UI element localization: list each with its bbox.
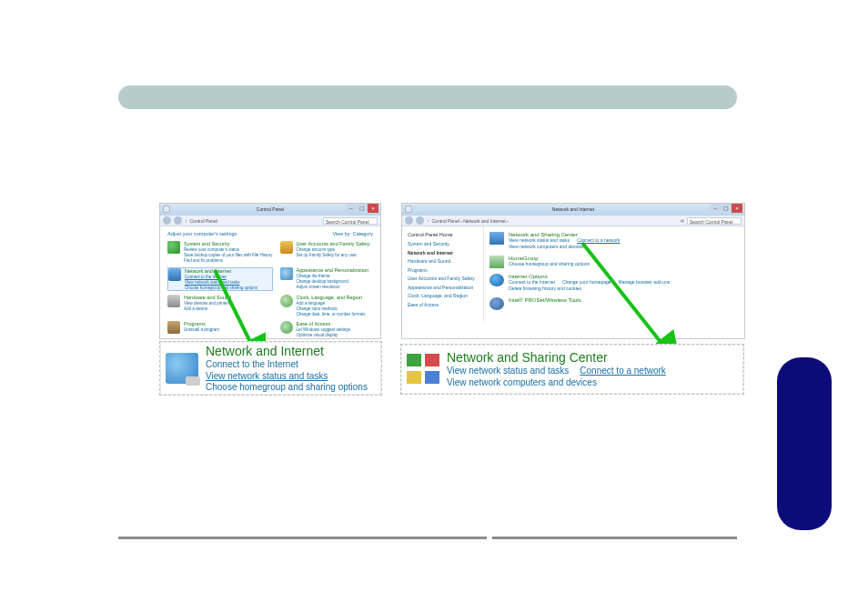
section-homegroup[interactable]: HomeGroup Choose homegroup and sharing o… [490, 256, 739, 268]
globe-icon [166, 353, 198, 384]
maximize-button[interactable]: ▢ [357, 204, 368, 213]
minimize-button[interactable]: – [710, 204, 721, 213]
callout-link-view-status[interactable]: View network status and tasks [447, 366, 569, 377]
category-system-security[interactable]: System and Security Review your computer… [167, 241, 273, 264]
hardware-icon [167, 295, 180, 307]
callout-title: Network and Sharing Center [447, 350, 666, 366]
nav-forward-icon[interactable] [416, 216, 424, 225]
horizontal-rule [118, 537, 737, 539]
internet-options-icon [490, 274, 504, 286]
control-panel-window: Control Panel – ▢ × ↑ Control Panel Sear… [159, 203, 381, 339]
section-intel-proset[interactable]: Intel® PROSet/Wireless Tools [490, 297, 739, 310]
category-network-internet[interactable]: Network and Internet Connect to the Inte… [167, 267, 273, 292]
screenshot-row: Control Panel – ▢ × ↑ Control Panel Sear… [159, 203, 745, 339]
decorative-header-bar [118, 85, 737, 109]
minimize-button[interactable]: – [346, 204, 357, 213]
callout-link-view-status[interactable]: View network status and tasks [206, 371, 328, 381]
titlebar-app-icons [163, 206, 170, 213]
titlebar[interactable]: Network and Internet – ▢ × [402, 204, 744, 216]
address-bar: ↑ Control Panel › Network and Internet ›… [402, 216, 744, 226]
nav-back-icon[interactable] [163, 216, 171, 225]
sidebar-item-system[interactable]: System and Security [408, 241, 478, 247]
category-user-accounts[interactable]: User Accounts and Family Safety Change a… [280, 241, 373, 264]
category-hardware-sound[interactable]: Hardware and Sound View devices and prin… [167, 295, 273, 317]
cp-heading: Adjust your computer's settings [167, 231, 237, 236]
nav-back-icon[interactable] [405, 216, 413, 225]
programs-icon [167, 321, 180, 334]
titlebar-app-icons [405, 206, 412, 213]
section-network-sharing-center[interactable]: Network and Sharing Center View network … [490, 232, 739, 250]
zoom-callout-network-internet[interactable]: Network and Internet Connect to the Inte… [159, 341, 382, 396]
callout-link-connect[interactable]: Connect to the Internet [206, 359, 368, 371]
section-internet-options[interactable]: Internet Options Connect to the Internet… [490, 274, 739, 292]
sidebar-item-ease[interactable]: Ease of Access [408, 302, 478, 308]
sidebar-item-programs[interactable]: Programs [408, 267, 478, 274]
side-tab [777, 357, 832, 530]
nav-up-icon[interactable]: ↑ [185, 218, 187, 224]
refresh-icon[interactable]: ⟳ [681, 218, 684, 224]
sidebar-item-users[interactable]: User Accounts and Family Safety [408, 276, 478, 282]
category-appearance[interactable]: Appearance and Personalization Change th… [280, 267, 373, 292]
callout-link-homegroup[interactable]: Choose homegroup and sharing options [206, 382, 368, 394]
window-title: Control Panel [257, 206, 284, 212]
nav-up-icon[interactable]: ↑ [427, 218, 429, 224]
titlebar[interactable]: Control Panel – ▢ × [160, 204, 380, 216]
category-programs[interactable]: Programs Uninstall a program [167, 321, 273, 338]
category-ease-of-access[interactable]: Ease of Access Let Windows suggest setti… [280, 321, 373, 338]
ease-of-access-icon [280, 321, 293, 334]
appearance-icon [280, 267, 293, 280]
callout-link-devices[interactable]: View network computers and devices [447, 377, 666, 389]
intel-wireless-icon [490, 297, 504, 310]
window-title: Network and Internet [552, 206, 594, 212]
view-by-dropdown[interactable]: View by: Category [332, 231, 373, 236]
shield-icon [167, 241, 180, 254]
sidebar: Control Panel Home System and Security N… [402, 226, 484, 321]
nav-forward-icon[interactable] [174, 216, 182, 225]
breadcrumb[interactable]: Control Panel › Network and Internet › [432, 218, 679, 224]
users-icon [280, 241, 293, 254]
network-sharing-icon [490, 232, 504, 245]
callout-link-connect-network[interactable]: Connect to a network [580, 366, 666, 377]
search-input[interactable]: Search Control Panel [687, 217, 742, 225]
sidebar-item-appearance[interactable]: Appearance and Personalization [408, 285, 478, 291]
sidebar-home[interactable]: Control Panel Home [408, 232, 478, 237]
network-internet-window: Network and Internet – ▢ × ↑ Control Pan… [401, 203, 745, 339]
category-clock-language[interactable]: Clock, Language, and Region Add a langua… [280, 295, 373, 317]
sidebar-item-hardware[interactable]: Hardware and Sound [408, 258, 478, 265]
cp-heading-row: Adjust your computer's settings View by:… [167, 231, 373, 236]
sidebar-item-network[interactable]: Network and Internet [408, 250, 478, 256]
clock-lang-icon [280, 295, 293, 307]
globe-icon [168, 268, 181, 281]
address-bar: ↑ Control Panel Search Control Panel [160, 216, 380, 226]
close-button[interactable]: × [732, 204, 742, 213]
close-button[interactable]: × [368, 204, 378, 213]
network-sharing-center-icon [407, 354, 439, 385]
maximize-button[interactable]: ▢ [721, 204, 732, 213]
zoom-callout-network-sharing[interactable]: Network and Sharing Center View network … [400, 344, 744, 395]
breadcrumb[interactable]: Control Panel [190, 218, 321, 224]
callout-title: Network and Internet [206, 344, 368, 360]
homegroup-icon [490, 256, 504, 268]
sidebar-item-clock[interactable]: Clock, Language, and Region [408, 293, 478, 299]
search-input[interactable]: Search Control Panel [323, 217, 378, 225]
content-area: Network and Sharing Center View network … [484, 226, 744, 321]
